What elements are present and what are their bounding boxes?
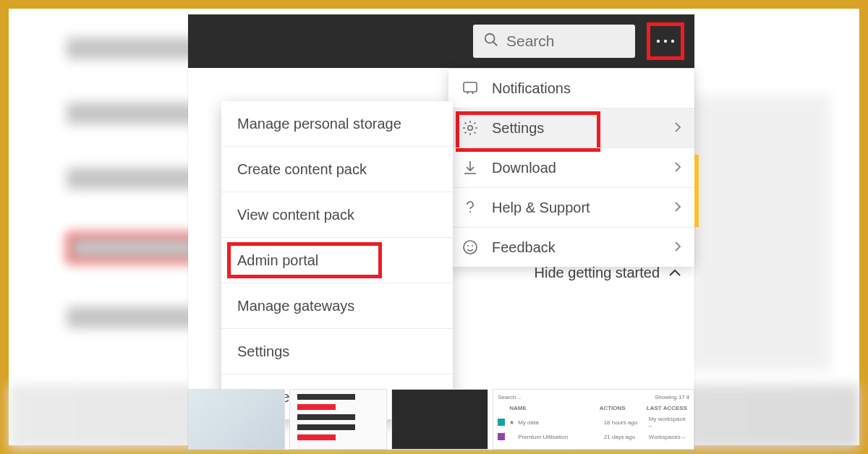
chevron-right-icon <box>674 200 681 216</box>
search-icon <box>483 32 499 51</box>
search-placeholder: Search <box>506 33 555 50</box>
tile-datasets-table[interactable]: Search… Showing 17 it NAME ACTIONS LAST … <box>493 389 694 450</box>
help-icon <box>461 199 479 216</box>
table-row[interactable]: Premium Utilisation 21 days ago Workspac… <box>498 433 689 440</box>
svg-point-0 <box>485 33 495 43</box>
tile-bar-chart[interactable] <box>289 389 386 450</box>
svg-point-6 <box>468 126 472 130</box>
submenu-item-label: View content pack <box>237 207 354 223</box>
options-dropdown: Notifications Settings Download <box>448 68 694 267</box>
cell-last: Workspaces – <box>649 434 689 440</box>
svg-point-4 <box>671 40 674 43</box>
chevron-up-icon <box>668 265 681 281</box>
svg-point-2 <box>657 40 660 43</box>
submenu-item-view-content-pack[interactable]: View content pack <box>221 192 453 237</box>
svg-point-3 <box>664 40 667 43</box>
cell-last: My workspace – <box>649 416 689 429</box>
tutorial-frame: alpha Search Notificati <box>0 0 868 454</box>
chevron-right-icon <box>674 239 681 256</box>
table-row[interactable]: ★ My data 18 hours ago My workspace – <box>498 416 689 429</box>
col-last: LAST ACCESS <box>647 405 689 411</box>
svg-rect-5 <box>464 82 477 92</box>
gear-icon <box>461 119 479 137</box>
cell-actions: 21 days ago <box>604 434 644 440</box>
submenu-item-label: Manage personal storage <box>237 116 401 132</box>
chevron-right-icon <box>674 120 681 137</box>
app-window: Search Notifications Settings <box>188 14 694 450</box>
hide-getting-started-toggle[interactable]: Hide getting started <box>535 265 681 281</box>
dropdown-item-download[interactable]: Download <box>448 147 694 187</box>
svg-point-8 <box>469 211 471 213</box>
notification-icon <box>461 80 479 97</box>
dropdown-item-notifications[interactable]: Notifications <box>448 68 694 108</box>
search-input[interactable]: Search <box>473 25 635 58</box>
settings-submenu: Manage personal storage Create content p… <box>221 101 453 419</box>
chevron-right-icon <box>674 160 681 176</box>
submenu-item-label: Create content pack <box>237 161 367 178</box>
hide-getting-started-label: Hide getting started <box>535 265 660 281</box>
col-name: NAME <box>509 405 595 411</box>
cell-name: My data <box>518 419 599 426</box>
table-search[interactable]: Search… <box>498 394 522 401</box>
submenu-item-label: Manage gateways <box>237 298 354 314</box>
scroll-indicator <box>694 155 699 227</box>
submenu-item-manage-personal-storage[interactable]: Manage personal storage <box>221 101 453 146</box>
submenu-item-admin-portal[interactable]: Admin portal <box>221 237 453 283</box>
cell-name: Premium Utilisation <box>518 434 599 440</box>
dropdown-item-settings[interactable]: Settings <box>448 108 694 147</box>
svg-point-9 <box>464 241 477 254</box>
dropdown-item-label: Feedback <box>492 239 556 256</box>
dropdown-item-label: Settings <box>492 120 544 137</box>
dropdown-item-label: Help & Support <box>492 200 590 216</box>
table-showing: Showing 17 it <box>655 394 689 401</box>
svg-point-11 <box>472 245 473 247</box>
dashboard-tiles: Search… Showing 17 it NAME ACTIONS LAST … <box>188 389 694 450</box>
svg-point-10 <box>467 245 469 247</box>
more-options-button[interactable] <box>647 22 684 60</box>
submenu-item-manage-gateways[interactable]: Manage gateways <box>221 283 453 328</box>
submenu-item-settings[interactable]: Settings <box>221 328 453 374</box>
tile-map[interactable] <box>188 389 285 450</box>
tile-dark[interactable] <box>391 389 488 450</box>
dropdown-item-help[interactable]: Help & Support <box>448 187 694 227</box>
feedback-icon <box>461 239 479 256</box>
top-bar: Search <box>188 14 694 68</box>
svg-line-1 <box>493 41 498 46</box>
cell-actions: 18 hours ago <box>604 419 644 426</box>
submenu-item-create-content-pack[interactable]: Create content pack <box>221 146 453 192</box>
dropdown-item-feedback[interactable]: Feedback <box>448 227 694 267</box>
submenu-item-label: Settings <box>237 343 289 360</box>
submenu-item-label: Admin portal <box>237 252 318 269</box>
download-icon <box>461 159 479 176</box>
dropdown-item-label: Download <box>492 160 556 176</box>
col-actions: ACTIONS <box>600 405 642 411</box>
dropdown-item-label: Notifications <box>492 80 571 97</box>
ellipsis-icon <box>655 35 676 48</box>
